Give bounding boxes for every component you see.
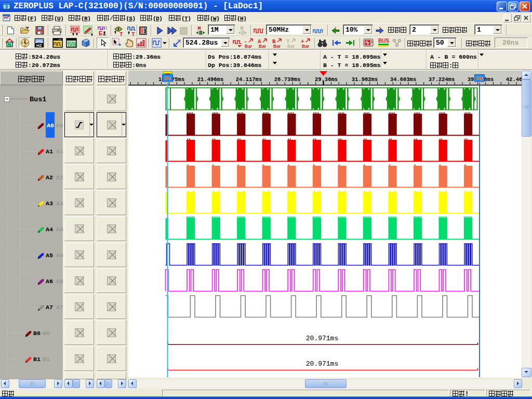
svg-text:34.603ms: 34.603ms	[390, 76, 416, 83]
svg-text:Bar: Bar	[245, 44, 252, 48]
svg-text:26.739ms: 26.739ms	[274, 76, 300, 83]
svg-text:31.982ms: 31.982ms	[352, 76, 378, 83]
svg-text:Dp: Dp	[476, 75, 483, 82]
svg-text:BUS: BUS	[378, 38, 389, 44]
svg-text:T: T	[131, 31, 135, 36]
svg-text:42.467ms: 42.467ms	[506, 76, 522, 83]
svg-text:Bar: Bar	[287, 44, 295, 48]
svg-text:1010: 1010	[68, 44, 76, 48]
svg-text:29.36ms: 29.36ms	[315, 76, 338, 83]
svg-text:37.224ms: 37.224ms	[429, 76, 455, 83]
svg-text:20.971ms: 20.971ms	[306, 335, 338, 342]
svg-text:20.971ms: 20.971ms	[306, 360, 338, 368]
svg-text:HZ: HZ	[36, 43, 42, 48]
svg-text:24.117ms: 24.117ms	[236, 76, 262, 83]
svg-text:M: M	[198, 26, 201, 32]
svg-text:N: N	[8, 42, 11, 47]
svg-text:21.496ms: 21.496ms	[197, 76, 223, 83]
svg-text:Bar: Bar	[259, 44, 267, 48]
svg-text:Bar: Bar	[302, 44, 310, 48]
svg-text:E: E	[99, 30, 102, 36]
svg-text:Bar: Bar	[273, 44, 281, 48]
svg-text:T: T	[119, 31, 123, 36]
svg-text:Ds: Ds	[164, 75, 171, 82]
